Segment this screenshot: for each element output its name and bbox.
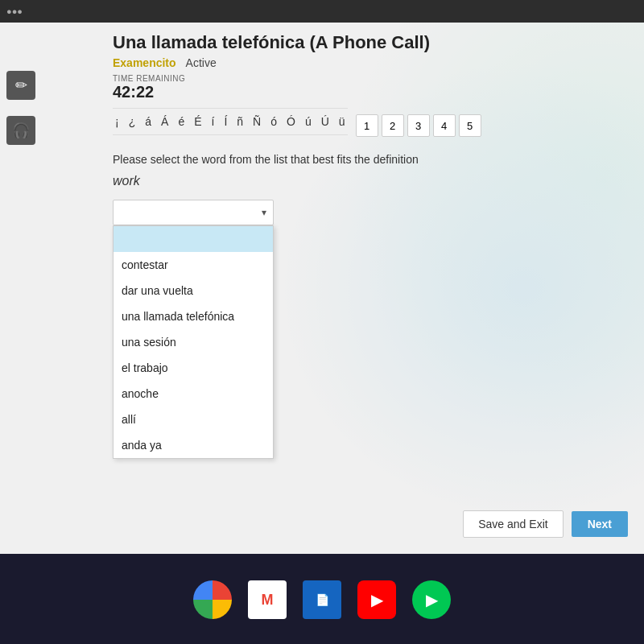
- youtube-icon[interactable]: ▶: [357, 580, 396, 619]
- dropdown-hover-row[interactable]: [114, 226, 273, 252]
- docs-icon[interactable]: 📄: [303, 580, 341, 619]
- headphone-icon[interactable]: 🎧: [6, 116, 35, 145]
- dropdown-option-1[interactable]: dar una vuelta: [114, 278, 273, 303]
- gmail-label: M: [262, 592, 274, 609]
- dropdown-trigger[interactable]: ▾: [113, 200, 274, 225]
- word-label: work: [113, 174, 644, 188]
- play-label: ▶: [426, 590, 438, 609]
- dropdown-option-4[interactable]: el trabajo: [114, 355, 273, 381]
- timer-area: TIME REMAINING 42:22: [113, 74, 644, 101]
- save-exit-button[interactable]: Save and Exit: [463, 510, 563, 538]
- bottom-buttons: Save and Exit Next: [463, 510, 628, 538]
- char-btn-4[interactable]: é: [175, 114, 187, 130]
- sidebar: ✏ 🎧: [0, 23, 113, 554]
- subtitle-row: Examencito Active: [113, 56, 644, 69]
- dropdown-option-0[interactable]: contestar: [114, 252, 273, 278]
- docs-label: 📄: [316, 593, 329, 606]
- status-badge: Active: [186, 56, 217, 69]
- special-chars-bar: ¡ ¿ á Á é É í Í ñ Ñ ó Ó ú Ú ü: [113, 108, 348, 135]
- content-area: Una llamada telefónica (A Phone Call) Ex…: [113, 23, 644, 554]
- number-buttons: 1 2 3 4 5: [356, 114, 481, 137]
- gmail-icon[interactable]: M: [248, 580, 287, 619]
- char-btn-0[interactable]: ¡: [113, 114, 122, 130]
- dropdown-option-5[interactable]: anoche: [114, 381, 273, 407]
- char-btn-11[interactable]: Ó: [284, 114, 298, 130]
- page-title: Una llamada telefónica (A Phone Call): [113, 23, 644, 56]
- num-btn-2[interactable]: 2: [382, 114, 404, 137]
- chrome-icon[interactable]: [193, 580, 232, 619]
- chars-row: ¡ ¿ á Á é É í Í ñ Ñ ó Ó ú Ú ü 1 2 3 4: [113, 108, 644, 143]
- dropdown-container: ▾ contestar dar una vuelta una llamada t…: [113, 200, 274, 225]
- dropdown-option-3[interactable]: una sesión: [114, 329, 273, 355]
- num-btn-5[interactable]: 5: [459, 114, 481, 137]
- question-instruction: Please select the word from the list tha…: [113, 153, 644, 166]
- dropdown-option-2[interactable]: una llamada telefónica: [114, 303, 273, 329]
- char-btn-7[interactable]: Í: [221, 114, 229, 130]
- main-area: ✏ 🎧 Una llamada telefónica (A Phone Call…: [0, 23, 644, 554]
- top-bar-text: ●●●: [6, 6, 23, 16]
- num-btn-1[interactable]: 1: [356, 114, 378, 137]
- char-btn-8[interactable]: ñ: [234, 114, 246, 130]
- play-store-icon[interactable]: ▶: [412, 580, 451, 619]
- char-btn-3[interactable]: Á: [159, 114, 171, 130]
- youtube-label: ▶: [371, 590, 383, 609]
- dropdown-list: contestar dar una vuelta una llamada tel…: [113, 225, 274, 459]
- time-label: TIME REMAINING: [113, 74, 644, 83]
- next-button[interactable]: Next: [572, 511, 628, 537]
- chevron-down-icon: ▾: [262, 207, 266, 218]
- char-btn-12[interactable]: ú: [303, 114, 314, 130]
- char-btn-5[interactable]: É: [192, 114, 204, 130]
- dropdown-option-6[interactable]: allí: [114, 407, 273, 432]
- num-btn-3[interactable]: 3: [407, 114, 430, 137]
- char-btn-9[interactable]: Ñ: [250, 114, 263, 130]
- pencil-icon[interactable]: ✏: [6, 71, 35, 100]
- char-btn-10[interactable]: ó: [268, 114, 279, 130]
- char-btn-14[interactable]: ü: [336, 114, 348, 130]
- dropdown-option-7[interactable]: anda ya: [114, 432, 273, 458]
- char-btn-2[interactable]: á: [142, 114, 154, 130]
- time-value: 42:22: [113, 83, 644, 101]
- num-btn-4[interactable]: 4: [433, 114, 456, 137]
- subtitle-label: Examencito: [113, 56, 176, 69]
- top-bar: ●●●: [0, 0, 644, 23]
- char-btn-13[interactable]: Ú: [319, 114, 332, 130]
- char-btn-6[interactable]: í: [209, 114, 217, 130]
- bottom-taskbar: M 📄 ▶ ▶: [0, 555, 644, 644]
- char-btn-1[interactable]: ¿: [126, 114, 138, 130]
